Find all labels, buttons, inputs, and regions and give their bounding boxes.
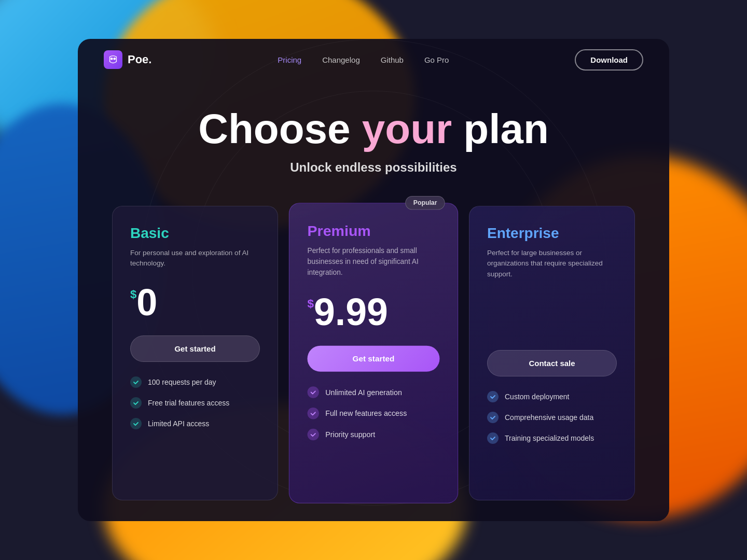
enterprise-plan-description: Perfect for large businesses or organiza…	[487, 248, 617, 279]
enterprise-check-1	[487, 391, 499, 402]
enterprise-feature-2-text: Comprehensive usage data	[505, 413, 593, 422]
popular-badge: Popular	[406, 196, 445, 210]
basic-feature-1-text: 100 requests per day	[148, 378, 216, 386]
basic-cta-button[interactable]: Get started	[130, 335, 260, 362]
hero-title: Choose your plan	[88, 106, 659, 152]
basic-plan-description: For personal use and exploration of AI t…	[130, 248, 260, 269]
premium-feature-3: Priority support	[308, 429, 440, 440]
premium-plan-title: Premium	[308, 222, 440, 240]
check-svg	[310, 431, 316, 438]
basic-price-symbol: $	[130, 288, 136, 301]
poe-logo-svg	[107, 54, 119, 65]
logo-text: Poe.	[128, 53, 151, 66]
check-svg	[490, 394, 496, 400]
premium-feature-list: Unlimited AI generation Full new feature…	[308, 386, 440, 440]
enterprise-plan-title: Enterprise	[487, 225, 617, 242]
app-window: Poe. Pricing Changelog Github Go Pro Dow…	[78, 39, 669, 521]
premium-feature-2: Full new features access	[308, 408, 440, 419]
basic-check-3	[130, 418, 142, 429]
logo-icon	[104, 50, 122, 69]
basic-feature-list: 100 requests per day Free trial features…	[130, 376, 260, 429]
basic-feature-3-text: Limited API access	[148, 419, 209, 428]
basic-feature-2-text: Free trial features access	[148, 399, 229, 407]
enterprise-check-3	[487, 432, 499, 444]
hero-title-part1: Choose	[198, 106, 362, 152]
basic-feature-2: Free trial features access	[130, 397, 260, 409]
premium-feature-1: Unlimited AI generation	[308, 386, 440, 398]
pricing-cards-container: Basic For personal use and exploration o…	[78, 195, 669, 521]
hero-subtitle: Unlock endless possibilities	[88, 160, 659, 175]
enterprise-feature-3: Training specialized models	[487, 432, 617, 444]
premium-price-area: $ 9.99	[308, 292, 440, 330]
check-svg	[133, 379, 139, 385]
nav-pricing[interactable]: Pricing	[278, 55, 301, 64]
check-svg	[133, 421, 139, 427]
check-svg	[490, 435, 496, 441]
premium-cta-button[interactable]: Get started	[308, 345, 440, 371]
basic-plan-card: Basic For personal use and exploration o…	[112, 206, 278, 500]
premium-feature-3-text: Priority support	[325, 430, 375, 439]
premium-check-1	[308, 386, 319, 398]
svg-point-0	[110, 58, 113, 60]
enterprise-cta-button[interactable]: Contact sale	[487, 350, 617, 376]
check-svg	[310, 389, 316, 395]
navbar: Poe. Pricing Changelog Github Go Pro Dow…	[78, 39, 669, 80]
premium-price-amount: 9.99	[314, 292, 388, 330]
enterprise-plan-card: Enterprise Perfect for large businesses …	[469, 206, 635, 500]
logo[interactable]: Poe.	[104, 50, 151, 69]
nav-github[interactable]: Github	[381, 55, 404, 64]
basic-check-1	[130, 376, 142, 388]
basic-check-2	[130, 397, 142, 409]
basic-plan-title: Basic	[130, 225, 260, 242]
premium-feature-2-text: Full new features access	[325, 409, 407, 417]
premium-feature-1-text: Unlimited AI generation	[325, 388, 402, 396]
check-svg	[310, 410, 316, 416]
enterprise-price-area	[487, 294, 617, 335]
download-button[interactable]: Download	[575, 49, 643, 71]
premium-check-2	[308, 408, 319, 419]
enterprise-feature-1: Custom deployment	[487, 391, 617, 402]
premium-plan-description: Perfect for professionals and small busi…	[308, 246, 440, 278]
basic-feature-1: 100 requests per day	[130, 376, 260, 388]
check-svg	[133, 400, 139, 406]
basic-price-amount: 0	[136, 284, 157, 321]
enterprise-feature-1-text: Custom deployment	[505, 393, 570, 401]
enterprise-feature-3-text: Training specialized models	[505, 434, 594, 442]
premium-check-3	[308, 429, 319, 440]
outer-background: Poe. Pricing Changelog Github Go Pro Dow…	[0, 0, 747, 560]
nav-links: Pricing Changelog Github Go Pro	[278, 55, 449, 64]
hero-title-your: your	[362, 106, 452, 152]
hero-title-part2: plan	[452, 106, 549, 152]
nav-changelog[interactable]: Changelog	[322, 55, 360, 64]
enterprise-feature-list: Custom deployment Comprehensive usage da…	[487, 391, 617, 444]
premium-plan-card: Popular Premium Perfect for professional…	[289, 203, 458, 503]
premium-price-symbol: $	[308, 297, 314, 311]
nav-gopro[interactable]: Go Pro	[424, 55, 449, 64]
enterprise-check-2	[487, 412, 499, 423]
hero-section: Choose your plan Unlock endless possibil…	[78, 80, 669, 195]
enterprise-feature-2: Comprehensive usage data	[487, 412, 617, 423]
basic-price-area: $ 0	[130, 284, 260, 321]
basic-feature-3: Limited API access	[130, 418, 260, 429]
check-svg	[490, 414, 496, 421]
svg-point-1	[113, 58, 116, 60]
